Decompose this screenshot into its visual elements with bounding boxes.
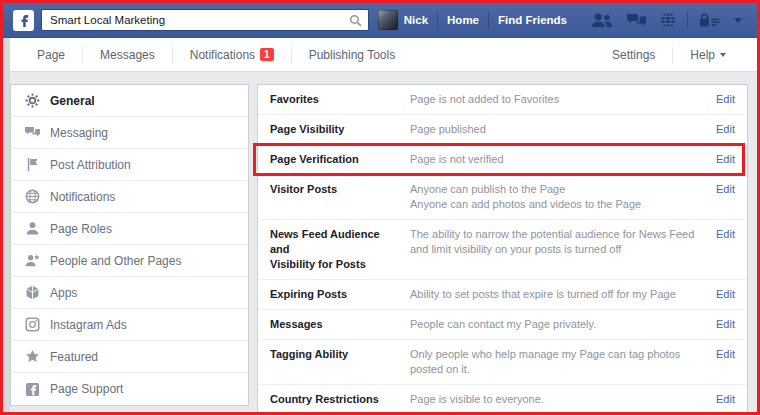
facebook-page-settings-window: Nick Home Find Friends — [0, 0, 760, 415]
general-settings-list: Favorites Page is not added to Favorites… — [257, 84, 748, 415]
globe-icon — [25, 189, 40, 204]
account-menu-button[interactable] — [727, 8, 749, 32]
setting-description: Page is visible to everyone. — [410, 392, 716, 407]
window-edge-strip — [3, 38, 10, 412]
sidebar-item-instagram-ads[interactable]: Instagram Ads — [11, 309, 248, 341]
notifications-button[interactable] — [653, 8, 683, 32]
find-friends-link[interactable]: Find Friends — [489, 8, 576, 32]
setting-description-line: Anyone can add photos and videos to the … — [410, 197, 706, 212]
setting-description: Only people who help manage my Page can … — [410, 347, 716, 377]
flag-icon — [25, 157, 40, 172]
setting-label: Page Verification — [270, 152, 410, 167]
settings-sidebar: General Messaging Post Attribution Notif… — [10, 84, 249, 406]
tab-page[interactable]: Page — [20, 46, 83, 64]
setting-row-news-feed-audience: News Feed Audience and Visibility for Po… — [258, 220, 747, 280]
setting-description: Ability to set posts that expire is turn… — [410, 287, 716, 302]
sidebar-item-page-roles[interactable]: Page Roles — [11, 213, 248, 245]
globe-icon — [660, 12, 676, 28]
setting-row-messages: Messages People can contact my Page priv… — [258, 310, 747, 340]
edit-link[interactable]: Edit — [716, 122, 735, 137]
edit-link[interactable]: Edit — [716, 92, 735, 107]
setting-label: Messages — [270, 317, 410, 332]
page-admin-tabs: Page Messages Notifications 1 Publishing… — [10, 38, 757, 72]
top-navigation-bar: Nick Home Find Friends — [3, 3, 757, 38]
sidebar-item-label: Apps — [50, 286, 77, 300]
sidebar-item-label: Notifications — [50, 190, 115, 204]
setting-description-line: Anyone can publish to the Page — [410, 182, 706, 197]
edit-link[interactable]: Edit — [716, 287, 735, 302]
divider — [687, 11, 688, 29]
messenger-icon — [627, 13, 646, 28]
friends-icon — [591, 13, 613, 28]
setting-description: Page is not added to Favorites — [410, 92, 716, 107]
help-menu[interactable]: Help — [673, 46, 743, 64]
sidebar-item-label: Page Support — [50, 382, 123, 396]
setting-description: People can contact my Page privately. — [410, 317, 716, 332]
facebook-f-icon — [15, 12, 32, 29]
edit-link[interactable]: Edit — [716, 392, 735, 407]
page-admin-tabs-right: Settings Help — [595, 46, 743, 64]
search-icon[interactable] — [349, 14, 362, 27]
tab-notifications[interactable]: Notifications 1 — [173, 46, 292, 64]
setting-label: Tagging Ability — [270, 347, 410, 362]
setting-row-visitor-posts: Visitor Posts Anyone can publish to the … — [258, 175, 747, 220]
topbar-right-cluster: Nick Home Find Friends — [369, 3, 749, 37]
cube-icon — [25, 285, 40, 300]
search-input[interactable] — [50, 11, 349, 29]
edit-link[interactable]: Edit — [716, 347, 735, 362]
sidebar-item-messaging[interactable]: Messaging — [11, 117, 248, 149]
setting-row-tagging-ability: Tagging Ability Only people who help man… — [258, 340, 747, 385]
sidebar-item-label: People and Other Pages — [50, 254, 181, 268]
person-icon — [25, 221, 40, 236]
setting-label: Visitor Posts — [270, 182, 410, 197]
sidebar-item-label: General — [50, 94, 95, 108]
facebook-logo[interactable] — [13, 10, 34, 31]
gear-icon — [25, 93, 40, 108]
sidebar-item-label: Featured — [50, 350, 98, 364]
profile-name: Nick — [404, 14, 428, 26]
sidebar-item-people-and-other-pages[interactable]: People and Other Pages — [11, 245, 248, 277]
notifications-count-badge: 1 — [260, 48, 274, 61]
avatar — [378, 10, 398, 30]
sidebar-item-featured[interactable]: Featured — [11, 341, 248, 373]
instagram-icon — [25, 317, 40, 332]
edit-link[interactable]: Edit — [716, 182, 735, 197]
setting-description: The ability to narrow the potential audi… — [410, 227, 716, 257]
chevron-down-icon — [720, 53, 726, 57]
friend-requests-button[interactable] — [584, 8, 620, 32]
sidebar-item-label: Instagram Ads — [50, 318, 127, 332]
settings-content: General Messaging Post Attribution Notif… — [3, 72, 757, 415]
sidebar-item-label: Messaging — [50, 126, 108, 140]
search-box — [41, 9, 369, 31]
star-icon — [25, 349, 40, 364]
setting-label: Page Visibility — [270, 122, 410, 137]
person-star-icon — [25, 253, 40, 268]
privacy-lock-icon — [699, 13, 720, 27]
edit-link[interactable]: Edit — [716, 152, 735, 167]
setting-description: Page is not verified — [410, 152, 716, 167]
setting-row-page-visibility: Page Visibility Page published Edit — [258, 115, 747, 145]
messages-button[interactable] — [620, 8, 653, 32]
sidebar-item-apps[interactable]: Apps — [11, 277, 248, 309]
setting-row-favorites: Favorites Page is not added to Favorites… — [258, 85, 747, 115]
privacy-shortcuts-button[interactable] — [692, 8, 727, 32]
sidebar-item-post-attribution[interactable]: Post Attribution — [11, 149, 248, 181]
setting-row-expiring-posts: Expiring Posts Ability to set posts that… — [258, 280, 747, 310]
tab-settings[interactable]: Settings — [595, 46, 673, 64]
edit-link[interactable]: Edit — [716, 227, 735, 242]
sidebar-item-page-support[interactable]: Page Support — [11, 373, 248, 405]
tab-messages[interactable]: Messages — [83, 46, 173, 64]
setting-label: Country Restrictions — [270, 392, 410, 407]
sidebar-item-general[interactable]: General — [11, 85, 248, 117]
tab-publishing-tools[interactable]: Publishing Tools — [292, 46, 413, 64]
edit-link[interactable]: Edit — [716, 317, 735, 332]
home-link[interactable]: Home — [438, 8, 488, 32]
chat-bubbles-icon — [25, 125, 40, 140]
setting-description: Page published — [410, 122, 716, 137]
profile-link[interactable]: Nick — [369, 8, 437, 32]
sidebar-item-label: Post Attribution — [50, 158, 131, 172]
setting-row-country-restrictions: Country Restrictions Page is visible to … — [258, 385, 747, 415]
setting-label: News Feed Audience and Visibility for Po… — [270, 227, 410, 272]
setting-label: Expiring Posts — [270, 287, 410, 302]
sidebar-item-notifications[interactable]: Notifications — [11, 181, 248, 213]
